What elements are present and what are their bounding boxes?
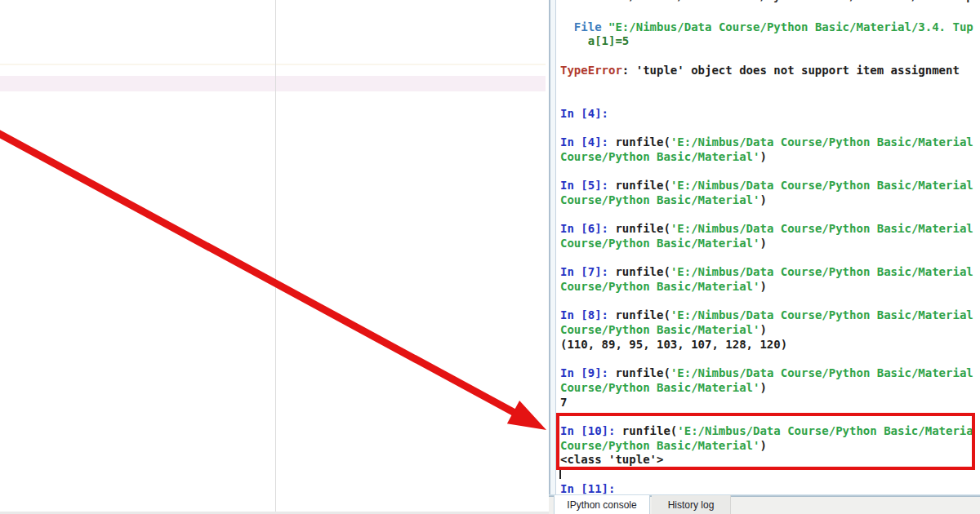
console-line: (110, 89, 95, 103, 107, 128, 120) [560, 338, 980, 352]
console-text-segment: 7 [560, 396, 567, 409]
console-line: In [4]: [560, 107, 980, 122]
console-text-segment: ) [760, 323, 766, 336]
console-line: Course/Python Basic/Material') [560, 193, 980, 208]
console-line: 7 [560, 396, 980, 410]
console-line: In [4]: runfile('E:/Nimbus/Data Course/P… [560, 135, 980, 150]
tab-history-log-label: History log [668, 499, 715, 511]
console-text-segment: : 'tuple' object does not support item a… [622, 64, 960, 77]
console-text-segment: In [7]: [560, 265, 615, 278]
console-text-segment: In [6]: [560, 222, 615, 235]
console-text-segment: Course/Python Basic/Material' [560, 150, 760, 163]
console-text-segment: 'E:/Nimbus/Data Course/Python Basic/Mate… [670, 366, 973, 379]
console-text-segment: runfile( [615, 265, 670, 278]
console-text-segment: ) [760, 150, 766, 163]
console-text-segment: Course/Python Basic/Material' [560, 280, 760, 293]
console-line: Course/Python Basic/Material') [560, 381, 980, 396]
console-line: Course/Python Basic/Material') [560, 323, 980, 338]
console-text-segment: ) [760, 237, 766, 250]
console-text-segment: Course/Python Basic/Material' [560, 193, 760, 206]
console-text-segment: 'E:/Nimbus/Data Course/Python Basic/Mate… [670, 265, 973, 278]
console-text-segment: In [9]: [560, 366, 615, 379]
console-line: TypeError: 'tuple' object does not suppo… [560, 64, 980, 78]
console-text-segment: Course/Python Basic/Material' [560, 381, 760, 394]
console-line: Course/Python Basic/Material') [560, 237, 980, 251]
console-text-segment: 'E:/Nimbus/Data Course/Python Basic/Mate… [670, 308, 973, 321]
console-text-segment: Course/Python Basic/Material' [560, 237, 760, 250]
console-text-segment: runfile( [615, 366, 670, 379]
console-text-segment: Course/Python Basic/Material' [560, 323, 760, 336]
console-text-segment: (110, 89, 95, 103, 107, 128, 120) [560, 338, 787, 351]
console-text-segment: In [4]: [560, 107, 608, 120]
console-text-segment: a[1]=5 [560, 34, 629, 47]
console-text-segment: ) [760, 280, 766, 293]
console-line: File "E:/Nimbus/Data Course/Python Basic… [560, 20, 980, 35]
console-text-segment: In [4]: [560, 135, 615, 148]
console-tab-bar: IPython console History log [549, 494, 980, 514]
editor-pane[interactable] [0, 0, 549, 514]
console-text-segment: ) [760, 381, 766, 394]
console-line: Course/Python Basic/Material') [560, 280, 980, 295]
editor-column-divider [275, 0, 276, 512]
console-text-segment: In [11]: [560, 482, 615, 494]
tab-history-log[interactable]: History log [652, 495, 731, 514]
tab-ipython-console[interactable]: IPython console [554, 495, 650, 514]
console-line: In [9]: runfile('E:/Nimbus/Data Course/P… [560, 366, 980, 381]
console-text-segment: 'E:/Nimbus/Data Course/Python Basic/Mate… [670, 222, 973, 235]
console-line: In [8]: runfile('E:/Nimbus/Data Course/P… [560, 308, 980, 323]
console-line: In [11]: [560, 482, 980, 494]
console-text-segment: ) [760, 193, 766, 206]
console-text-segment: runfile( [615, 179, 670, 192]
console-line: In [7]: runfile('E:/Nimbus/Data Course/P… [560, 265, 980, 280]
highlighted-row [0, 76, 546, 91]
console-text-segment: File [560, 20, 608, 33]
tab-ipython-console-label: IPython console [567, 499, 636, 511]
console-text-segment: runfile( [615, 222, 670, 235]
console-clipped-top-line: File "E:/Nimbus/Data Course/Python Basic… [560, 0, 973, 4]
console-text-segment: 'E:/Nimbus/Data Course/Python Basic/Mate… [670, 179, 973, 192]
console-line: In [5]: runfile('E:/Nimbus/Data Course/P… [560, 179, 980, 193]
console-text-segment: In [8]: [560, 308, 615, 321]
console-text-segment: TypeError [560, 64, 622, 77]
console-text-segment: runfile( [615, 135, 670, 148]
console-text-segment: In [5]: [560, 179, 615, 192]
editor-faint-row [0, 64, 546, 65]
console-text-segment: "E:/Nimbus/Data Course/Python Basic/Mate… [608, 20, 973, 33]
console-line: Course/Python Basic/Material') [560, 150, 980, 165]
console-text-segment: runfile( [615, 308, 670, 321]
console-line: In [6]: runfile('E:/Nimbus/Data Course/P… [560, 222, 980, 237]
console-text-segment: 'E:/Nimbus/Data Course/Python Basic/Mate… [670, 135, 973, 148]
console-line: a[1]=5 [560, 34, 980, 49]
annotation-highlight-box [556, 413, 975, 470]
